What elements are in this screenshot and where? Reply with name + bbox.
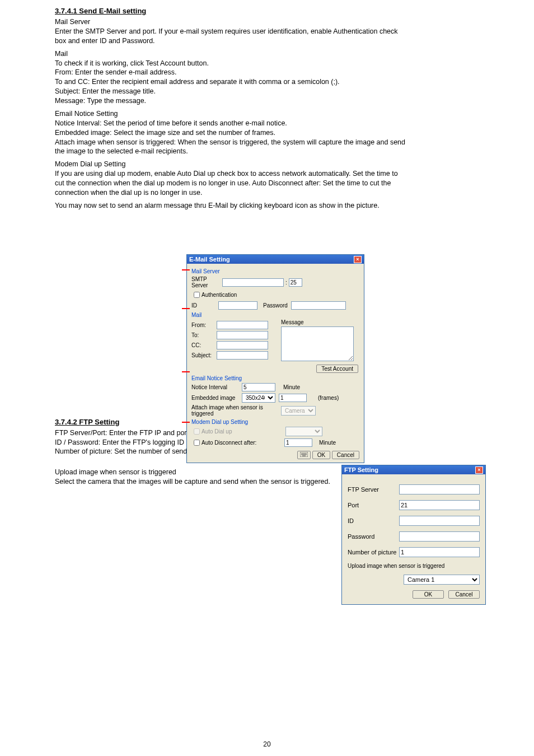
notice-interval-label: Notice Interval	[191, 384, 242, 390]
subject-label: Subject:	[191, 352, 217, 358]
from-input[interactable]	[217, 321, 268, 329]
mail-server-paragraph: Mail Server Enter the SMTP Server and po…	[55, 17, 405, 46]
notice-interval-input[interactable]	[242, 383, 275, 391]
group-email-notice: Email Notice Setting	[191, 375, 359, 381]
ftp-numpic-input[interactable]	[399, 547, 480, 557]
ftp-paragraph-2: Upload image when sensor is triggered Se…	[55, 468, 332, 487]
close-icon[interactable]: ×	[475, 466, 483, 474]
mail-paragraph: Mail To check if it is working, click Te…	[55, 49, 405, 106]
auto-dial-select	[285, 427, 322, 436]
ftp-server-label: FTP Server	[348, 486, 399, 493]
auto-dial-checkbox	[194, 428, 200, 435]
minute-label: Minute	[283, 384, 300, 390]
email-dialog-title: E-Mail Setting	[189, 256, 230, 263]
embedded-size-select[interactable]: 350x240	[242, 393, 275, 403]
id-label: ID	[191, 302, 218, 309]
ftp-dialog-titlebar: FTP Setting ×	[342, 465, 485, 474]
ftp-password-input[interactable]	[399, 531, 480, 542]
auth-checkbox[interactable]	[194, 292, 200, 298]
password-input[interactable]	[291, 301, 346, 310]
cc-label: CC:	[191, 342, 217, 348]
to-label: To:	[191, 332, 217, 338]
auto-disconnect-label: Auto Disconnect after:	[202, 440, 284, 446]
ftp-id-label: ID	[348, 517, 399, 524]
embedded-frames-input[interactable]	[279, 394, 307, 402]
id-input[interactable]	[218, 301, 257, 310]
test-account-button[interactable]: Test Account	[316, 365, 358, 373]
from-label: From:	[191, 322, 217, 328]
email-notice-paragraph: Email Notice Setting Notice Interval: Se…	[55, 109, 405, 156]
embedded-image-label: Embedded image	[191, 395, 242, 401]
attach-camera-select: Camera 1	[281, 406, 316, 416]
ftp-ok-button[interactable]: OK	[413, 590, 444, 599]
auth-label: Authentication	[202, 292, 237, 298]
ftp-server-input[interactable]	[399, 484, 480, 494]
modem-paragraph: Modem Dial up Setting If you are using d…	[55, 160, 405, 198]
subject-input[interactable]	[217, 351, 268, 360]
keyboard-button[interactable]	[297, 451, 311, 459]
smtp-input[interactable]	[222, 278, 284, 287]
email-dialog-titlebar: E-Mail Setting ×	[187, 255, 364, 264]
ftp-password-label: Password	[348, 533, 399, 540]
keyboard-paragraph: You may now set to send an alarm message…	[55, 201, 405, 211]
password-label: Password	[263, 302, 291, 309]
smtp-label: SMTP Server	[191, 276, 222, 288]
ftp-id-input[interactable]	[399, 516, 480, 526]
to-input[interactable]	[217, 331, 268, 339]
ftp-upload-label: Upload image when sensor is triggered	[348, 563, 480, 569]
cancel-button[interactable]: Cancel	[332, 451, 359, 459]
colon-label: :	[285, 279, 287, 286]
port-input[interactable]	[289, 278, 302, 287]
ftp-camera-select[interactable]: Camera 1	[404, 575, 480, 585]
page-number: 20	[0, 740, 534, 748]
minute-label-2: Minute	[319, 440, 336, 446]
ftp-numpic-label: Number of picture	[348, 549, 399, 556]
group-mail-server: Mail Server	[191, 268, 359, 274]
frames-label: (frames)	[318, 395, 339, 401]
ftp-dialog: FTP Setting × FTP Server Port ID Passwor…	[341, 465, 486, 605]
email-section-heading: 3.7.4.1 Send E-Mail setting	[55, 7, 534, 15]
auto-disconnect-input[interactable]	[284, 438, 312, 447]
ftp-dialog-title: FTP Setting	[344, 466, 378, 473]
group-mail: Mail	[191, 312, 359, 318]
close-icon[interactable]: ×	[354, 256, 362, 263]
auto-disconnect-checkbox[interactable]	[194, 440, 200, 446]
keyboard-icon	[300, 452, 308, 457]
auto-dial-label: Auto Dial up	[202, 428, 285, 435]
ftp-port-label: Port	[348, 502, 399, 508]
message-label: Message	[281, 319, 359, 325]
attach-image-label: Attach image when sensor is triggered	[191, 404, 281, 417]
cc-input[interactable]	[217, 341, 268, 349]
ftp-port-input[interactable]	[399, 500, 480, 510]
email-dialog: E-Mail Setting × Mail Server SMTP Server…	[186, 254, 364, 463]
ftp-cancel-button[interactable]: Cancel	[448, 590, 480, 599]
ok-button[interactable]: OK	[312, 451, 330, 459]
message-textarea[interactable]	[281, 326, 354, 361]
group-modem: Modem Dial up Setting	[191, 419, 359, 425]
